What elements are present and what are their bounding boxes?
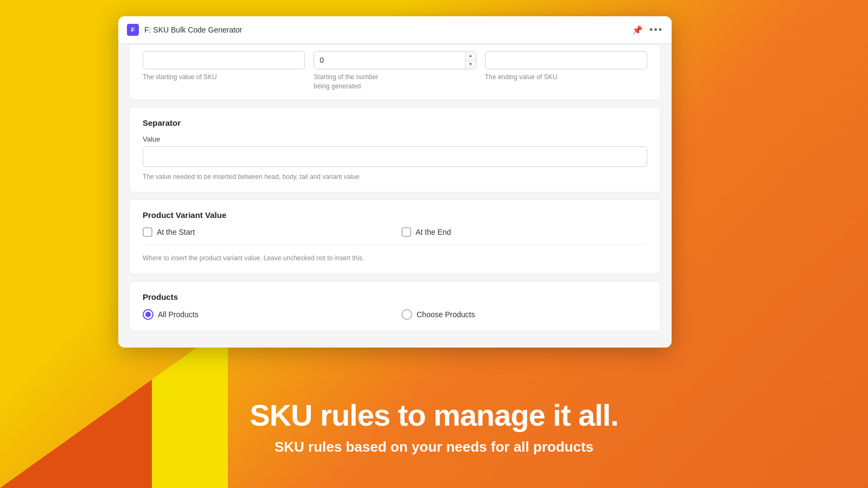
starting-number-input[interactable] (314, 51, 476, 69)
separator-title: Separator (143, 118, 647, 127)
products-options-row: All Products Choose Products (143, 309, 647, 320)
choose-products-label: Choose Products (417, 310, 475, 319)
starting-number-field-group: ▲ ▼ Starting of the number being generat… (314, 51, 476, 91)
titlebar-left: F F: SKU Bulk Code Generator (127, 24, 242, 36)
titlebar: F F: SKU Bulk Code Generator 📌 ••• (118, 16, 672, 44)
pin-icon[interactable]: 📌 (632, 25, 643, 35)
starting-sku-hint: The starting value of SKU (143, 73, 305, 82)
separator-hint: The value needed to be inserted between … (143, 173, 359, 181)
all-products-radio[interactable] (143, 309, 154, 320)
sku-values-card: The starting value of SKU ▲ ▼ Starting o… (129, 44, 661, 100)
at-end-checkbox[interactable] (401, 227, 411, 237)
more-options-icon[interactable]: ••• (649, 24, 663, 36)
titlebar-title: F: SKU Bulk Code Generator (144, 25, 242, 34)
app-icon: F (127, 24, 139, 36)
at-start-checkbox[interactable] (143, 227, 152, 237)
starting-sku-field-group: The starting value of SKU (143, 51, 305, 82)
starting-number-hint: Starting of the number being generated (314, 73, 476, 91)
spinner-up-button[interactable]: ▲ (465, 52, 476, 61)
products-card: Products All Products Choose Products (129, 281, 661, 331)
at-end-option: At the End (401, 227, 647, 237)
product-variant-title: Product Variant Value (143, 210, 647, 220)
ending-sku-hint: The ending value of SKU (485, 73, 647, 82)
all-products-option: All Products (143, 309, 388, 320)
choose-products-radio[interactable] (401, 309, 412, 320)
separator-input[interactable] (143, 146, 647, 167)
starting-sku-input[interactable] (143, 51, 305, 69)
ending-sku-input[interactable] (485, 51, 647, 69)
at-start-label: At the Start (157, 228, 195, 236)
at-end-label: At the End (416, 228, 451, 236)
separator-value-label: Value (143, 135, 647, 143)
separator-card: Separator Value The value needed to be i… (129, 107, 661, 193)
variant-divider (143, 245, 647, 245)
at-start-option: At the Start (143, 227, 388, 237)
variant-hint: Where to insert the product variant valu… (143, 254, 364, 262)
footer-subheadline: SKU rules based on your needs for all pr… (11, 439, 857, 455)
footer-headline: SKU rules to manage it all. (11, 399, 857, 432)
variant-options-row: At the Start At the End (143, 227, 647, 237)
choose-products-option: Choose Products (401, 309, 647, 320)
app-window: F F: SKU Bulk Code Generator 📌 ••• The s… (118, 16, 672, 348)
titlebar-right: 📌 ••• (632, 24, 663, 36)
footer-text: SKU rules to manage it all. SKU rules ba… (0, 399, 868, 455)
number-spinners: ▲ ▼ (465, 52, 476, 69)
ending-sku-field-group: The ending value of SKU (485, 51, 647, 82)
spinner-down-button[interactable]: ▼ (465, 61, 476, 69)
product-variant-card: Product Variant Value At the Start At th… (129, 199, 661, 274)
products-title: Products (143, 292, 647, 301)
content-area: The starting value of SKU ▲ ▼ Starting o… (118, 44, 672, 348)
sku-fields-row: The starting value of SKU ▲ ▼ Starting o… (143, 51, 647, 91)
all-products-label: All Products (158, 310, 199, 319)
starting-number-wrapper: ▲ ▼ (314, 51, 476, 69)
